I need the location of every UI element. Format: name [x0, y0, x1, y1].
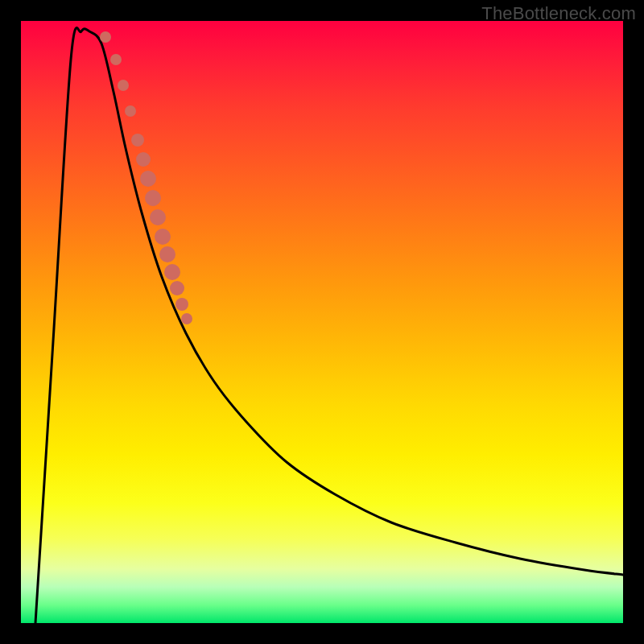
curve-markers — [100, 31, 192, 324]
data-marker — [140, 171, 156, 187]
watermark-text: TheBottleneck.com — [481, 3, 636, 24]
data-marker — [181, 313, 192, 324]
data-marker — [164, 264, 180, 280]
data-marker — [159, 246, 175, 262]
plot-area — [21, 21, 623, 623]
data-marker — [118, 80, 129, 91]
data-marker — [175, 298, 188, 311]
data-marker — [125, 105, 136, 117]
data-marker — [170, 281, 184, 295]
data-marker — [150, 209, 166, 225]
data-marker — [155, 229, 171, 245]
chart-svg — [21, 21, 623, 623]
chart-frame: TheBottleneck.com — [0, 0, 644, 644]
bottleneck-curve — [35, 28, 623, 623]
data-marker — [145, 190, 161, 206]
data-marker — [136, 152, 151, 167]
curve-line — [35, 28, 623, 623]
data-marker — [131, 134, 144, 147]
data-marker — [100, 31, 111, 43]
data-marker — [110, 54, 122, 65]
